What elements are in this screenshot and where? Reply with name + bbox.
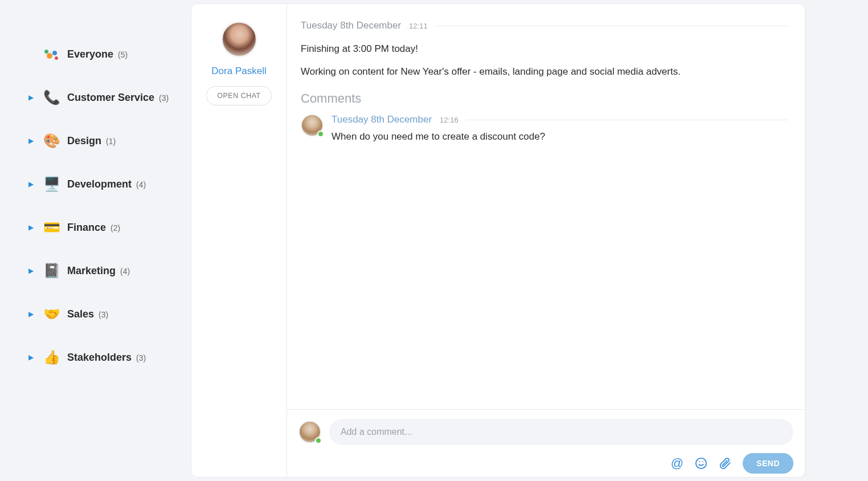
composer: @ SEND [287, 409, 805, 477]
sidebar-item-marketing[interactable]: ▶ 📓 Marketing (4) [28, 256, 179, 285]
comment-time: 12:16 [440, 116, 458, 124]
divider [466, 120, 788, 120]
chevron-right-icon: ▶ [28, 223, 36, 231]
sidebar-item-label: Everyone [67, 48, 113, 60]
sidebar-item-label: Marketing [67, 265, 116, 277]
my-avatar [298, 421, 321, 443]
sidebar-item-label: Finance [67, 222, 106, 234]
notebook-icon: 📓 [42, 261, 62, 280]
sidebar-item-customer-service[interactable]: ▶ 📞 Customer Service (3) [28, 83, 179, 112]
sidebar-item-finance[interactable]: ▶ 💳 Finance (2) [28, 213, 179, 242]
sidebar-item-development[interactable]: ▶ 🖥️ Development (4) [28, 170, 179, 198]
avatar [221, 21, 257, 58]
sidebar-item-label: Development [67, 178, 132, 190]
comment: Tuesday 8th December 12:16 When do you n… [301, 114, 788, 142]
sidebar-item-stakeholders[interactable]: ▶ 👍 Stakeholders (3) [28, 343, 179, 372]
sidebar-item-count: (5) [118, 50, 128, 59]
sidebar-item-design[interactable]: ▶ 🎨 Design (1) [28, 127, 179, 155]
thumbs-up-icon: 👍 [42, 348, 62, 367]
divider [436, 26, 788, 26]
sidebar: ▶ Everyone (5) ▶ 📞 Customer Service (3) … [0, 0, 191, 481]
at-icon: @ [671, 456, 683, 471]
sidebar-item-count: (4) [136, 180, 146, 189]
post-date: Tuesday 8th December [301, 20, 401, 31]
phone-icon: 📞 [42, 88, 62, 107]
sidebar-item-count: (1) [106, 137, 116, 146]
presence-online-icon [317, 131, 324, 137]
sidebar-item-count: (3) [136, 353, 146, 362]
comment-avatar [301, 114, 324, 137]
sidebar-item-count: (3) [159, 93, 169, 103]
comment-header: Tuesday 8th December 12:16 [331, 114, 788, 125]
sidebar-item-label: Design [67, 135, 101, 147]
handshake-icon: 🤝 [42, 304, 62, 324]
chevron-right-icon: ▶ [28, 180, 36, 188]
paperclip-icon [719, 457, 731, 470]
sidebar-item-label: Sales [67, 308, 94, 320]
sidebar-item-sales[interactable]: ▶ 🤝 Sales (3) [28, 300, 179, 328]
attach-button[interactable] [719, 457, 731, 470]
chevron-right-icon: ▶ [28, 93, 36, 101]
profile-column: Dora Paskell OPEN CHAT [191, 4, 287, 477]
mention-button[interactable]: @ [671, 456, 683, 471]
send-button[interactable]: SEND [743, 453, 793, 474]
sidebar-item-count: (4) [120, 267, 130, 276]
credit-card-icon: 💳 [42, 218, 62, 237]
sidebar-item-label: Customer Service [67, 92, 154, 104]
thread-body: Tuesday 8th December 12:11 Finishing at … [287, 4, 805, 409]
sidebar-item-everyone[interactable]: ▶ Everyone (5) [28, 40, 179, 68]
comments-heading: Comments [301, 91, 788, 106]
comment-input[interactable] [329, 419, 793, 445]
emoji-button[interactable] [695, 457, 707, 470]
monitor-icon: 🖥️ [42, 174, 62, 194]
chevron-right-icon: ▶ [28, 137, 36, 145]
palette-icon: 🎨 [42, 131, 62, 150]
chevron-right-icon: ▶ [28, 353, 36, 361]
presence-online-icon [315, 437, 322, 444]
svg-point-0 [696, 458, 706, 468]
sidebar-item-count: (3) [99, 310, 108, 319]
comment-text: When do you need me to create a discount… [331, 131, 788, 142]
everyone-icon [42, 44, 62, 64]
post-line: Working on content for New Year's offer … [301, 64, 788, 79]
post-line: Finishing at 3:00 PM today! [301, 42, 788, 56]
thread-column: Tuesday 8th December 12:11 Finishing at … [287, 4, 805, 477]
post-time: 12:11 [409, 22, 428, 30]
chevron-right-icon: ▶ [28, 267, 36, 275]
sidebar-item-count: (2) [110, 223, 120, 233]
profile-name[interactable]: Dora Paskell [211, 66, 266, 77]
open-chat-button[interactable]: OPEN CHAT [206, 86, 272, 105]
comment-date: Tuesday 8th December [331, 114, 432, 125]
sidebar-item-label: Stakeholders [67, 352, 132, 364]
post-header: Tuesday 8th December 12:11 [301, 20, 788, 31]
chevron-right-icon: ▶ [28, 310, 36, 318]
smile-icon [695, 457, 707, 470]
main-panel: Dora Paskell OPEN CHAT Tuesday 8th Decem… [191, 3, 805, 478]
